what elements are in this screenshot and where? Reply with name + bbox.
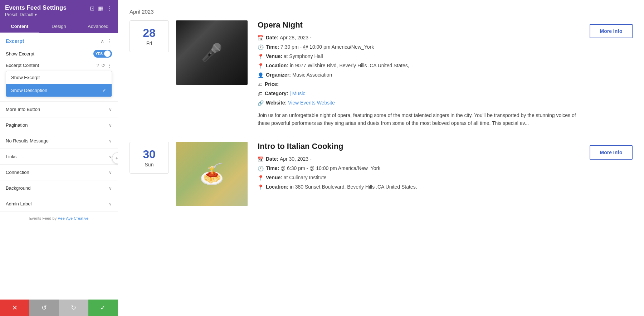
connection-chevron: ∨ bbox=[109, 170, 112, 175]
show-excerpt-toggle[interactable]: YES bbox=[93, 50, 112, 58]
category-icon-opera: 🏷 bbox=[258, 90, 263, 98]
more-info-button-header[interactable]: More Info Button ∨ bbox=[0, 102, 118, 117]
date-box-cooking: 30 Sun bbox=[130, 142, 169, 174]
website-link-opera[interactable]: View Events Website bbox=[288, 99, 335, 107]
links-section: Links ∨ bbox=[0, 149, 118, 164]
meta-time-value-opera: 7:30 pm - @ 10:00 pm America/New_York bbox=[280, 43, 374, 51]
save-button[interactable]: ✓ bbox=[88, 300, 118, 316]
meta-organizer-value-opera: Music Association bbox=[292, 71, 332, 79]
meta-location-opera: 📍 Location: in 9077 Wilshire Blvd, Bever… bbox=[258, 62, 580, 70]
excerpt-content-row: Excerpt Content ? ↺ ⋮ bbox=[0, 61, 118, 71]
date-num-cooking: 30 bbox=[143, 148, 156, 161]
background-header[interactable]: Background ∨ bbox=[0, 180, 118, 196]
calendar-icon-opera: 📅 bbox=[258, 34, 264, 42]
pagination-label: Pagination bbox=[6, 122, 28, 128]
admin-label-chevron: ∨ bbox=[109, 201, 112, 206]
price-icon-opera: 🏷 bbox=[258, 81, 263, 88]
date-day-cooking: Sun bbox=[145, 162, 154, 167]
meta-date-opera: 📅 Date: Apr 28, 2023 - bbox=[258, 34, 580, 42]
pagination-chevron: ∨ bbox=[109, 123, 112, 128]
meta-venue-opera: 📍 Venue: at Symphony Hall bbox=[258, 53, 580, 60]
admin-label-label: Admin Label bbox=[6, 201, 31, 206]
connection-header[interactable]: Connection ∨ bbox=[0, 165, 118, 180]
section-more-icon[interactable]: ⋮ bbox=[107, 38, 112, 44]
tab-content[interactable]: Content bbox=[0, 20, 39, 33]
links-header[interactable]: Links ∨ bbox=[0, 149, 118, 164]
excerpt-section-icons: ∧ ⋮ bbox=[101, 38, 112, 44]
category-link-opera[interactable]: | Music bbox=[289, 90, 305, 97]
event-row-opera: 28 Fri Opera Night 📅 Date: Apr 28, 2023 … bbox=[130, 20, 633, 127]
excerpt-content-icons: ? ↺ ⋮ bbox=[97, 63, 112, 68]
meta-date-cooking: 📅 Date: Apr 30, 2023 - bbox=[258, 155, 580, 163]
event-details-opera: Opera Night 📅 Date: Apr 28, 2023 - 🕐 Tim… bbox=[255, 20, 582, 127]
meta-venue-value-cooking: at Culinary Institute bbox=[284, 174, 327, 181]
expand-icon[interactable]: ⊡ bbox=[90, 5, 94, 12]
organizer-icon-opera: 👤 bbox=[258, 72, 264, 79]
date-box-opera: 28 Fri bbox=[130, 20, 169, 52]
main-content: April 2023 28 Fri Opera Night 📅 Date: Ap… bbox=[118, 0, 644, 316]
cancel-button[interactable]: ✕ bbox=[0, 300, 29, 316]
background-section: Background ∨ bbox=[0, 180, 118, 196]
event-image-opera bbox=[176, 20, 248, 85]
collapse-icon[interactable]: ∧ bbox=[101, 38, 104, 44]
event-description-opera: Join us for an unforgettable night of op… bbox=[258, 111, 580, 127]
sidebar-header: Events Feed Settings Preset: Default ▾ ⊡… bbox=[0, 0, 118, 20]
sidebar-tabs: Content Design Advanced bbox=[0, 20, 118, 33]
meta-time-cooking: 🕐 Time: @ 6:30 pm - @ 10:00 pm America/N… bbox=[258, 165, 580, 172]
excerpt-content-dropdown: Show Excerpt Show Description bbox=[6, 71, 112, 97]
meta-date-value-cooking: Apr 30, 2023 - bbox=[280, 155, 312, 163]
connection-label: Connection bbox=[6, 170, 29, 175]
bottom-bar: ✕ ↺ ↻ ✓ bbox=[0, 300, 118, 316]
calendar-icon-cooking: 📅 bbox=[258, 156, 264, 163]
venue-icon-cooking: 📍 bbox=[258, 174, 264, 182]
sidebar-preset[interactable]: Preset: Default ▾ bbox=[5, 12, 67, 17]
website-icon-opera: 🔗 bbox=[258, 99, 264, 107]
date-day-opera: Fri bbox=[146, 40, 152, 46]
pagination-header[interactable]: Pagination ∨ bbox=[0, 117, 118, 133]
more-info-button-opera[interactable]: More Info bbox=[590, 24, 633, 38]
reset-field-icon[interactable]: ↺ bbox=[101, 63, 105, 68]
meta-venue-value-opera: at Symphony Hall bbox=[284, 53, 323, 60]
sidebar-footer: Events Feed by Pee-Aye Creative bbox=[0, 212, 118, 225]
event-row-cooking: 30 Sun Intro to Italian Cooking 📅 Date: … bbox=[130, 142, 633, 206]
links-label: Links bbox=[6, 154, 16, 159]
meta-location-value-cooking: in 380 Sunset Boulevard, Beverly Hills ,… bbox=[290, 183, 417, 191]
meta-organizer-opera: 👤 Organizer: Music Association bbox=[258, 71, 580, 79]
background-chevron: ∨ bbox=[109, 186, 112, 191]
reset-button[interactable]: ↺ bbox=[29, 300, 59, 316]
more-info-button-cooking[interactable]: More Info bbox=[590, 145, 633, 160]
event-image-cooking bbox=[176, 142, 248, 206]
dropdown-option-show-description[interactable]: Show Description bbox=[6, 84, 112, 97]
more-options-icon[interactable]: ⋮ bbox=[107, 5, 113, 12]
connection-section: Connection ∨ bbox=[0, 164, 118, 180]
date-num-opera: 28 bbox=[143, 26, 156, 40]
admin-label-header[interactable]: Admin Label ∨ bbox=[0, 196, 118, 212]
excerpt-section-title: Excerpt bbox=[6, 38, 24, 44]
tab-design[interactable]: Design bbox=[39, 20, 79, 33]
layout-icon[interactable]: ▦ bbox=[98, 5, 103, 12]
dropdown-option-show-excerpt[interactable]: Show Excerpt bbox=[6, 71, 112, 84]
meta-time-value-cooking: @ 6:30 pm - @ 10:00 pm America/New_York bbox=[280, 165, 380, 172]
redo-button[interactable]: ↻ bbox=[59, 300, 88, 316]
footer-link[interactable]: Pee-Aye Creative bbox=[58, 216, 88, 220]
meta-location-cooking: 📍 Location: in 380 Sunset Boulevard, Bev… bbox=[258, 183, 580, 191]
footer-text: Events Feed by bbox=[29, 216, 58, 220]
no-results-section: No Results Message ∨ bbox=[0, 133, 118, 149]
excerpt-content-label: Excerpt Content bbox=[6, 63, 39, 68]
location-icon-cooking: 📍 bbox=[258, 184, 264, 191]
more-info-button-section: More Info Button ∨ bbox=[0, 101, 118, 117]
admin-label-section: Admin Label ∨ bbox=[0, 196, 118, 212]
field-more-icon[interactable]: ⋮ bbox=[107, 63, 112, 68]
help-icon[interactable]: ? bbox=[97, 63, 99, 68]
event-title-opera: Opera Night bbox=[258, 20, 580, 30]
more-info-chevron: ∨ bbox=[109, 107, 112, 112]
event-details-cooking: Intro to Italian Cooking 📅 Date: Apr 30,… bbox=[255, 142, 582, 193]
sidebar-header-icons: ⊡ ▦ ⋮ bbox=[90, 5, 113, 12]
show-excerpt-label: Show Excerpt bbox=[6, 51, 34, 57]
toggle-yes-label: YES bbox=[96, 52, 103, 56]
links-chevron: ∨ bbox=[109, 154, 112, 159]
no-results-header[interactable]: No Results Message ∨ bbox=[0, 133, 118, 149]
meta-date-value-opera: Apr 28, 2023 - bbox=[280, 34, 312, 42]
sidebar: Events Feed Settings Preset: Default ▾ ⊡… bbox=[0, 0, 118, 316]
tab-advanced[interactable]: Advanced bbox=[78, 20, 118, 33]
